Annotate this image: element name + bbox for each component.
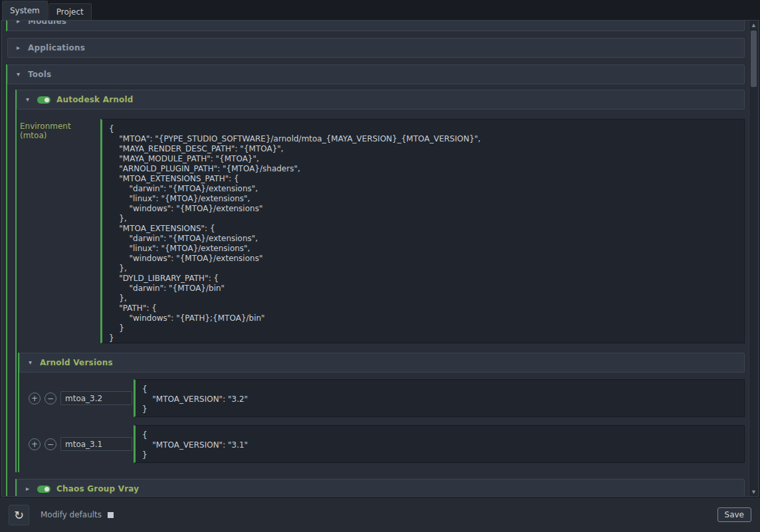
footer-bar: ↻ Modify defaults Save: [0, 497, 760, 532]
arnold-body: Environment (mtoa) { "MTOA": "{PYPE_STUD…: [17, 110, 745, 472]
version-key-input[interactable]: [60, 391, 132, 405]
modify-defaults-label: Modify defaults: [41, 510, 102, 519]
version-key-input[interactable]: [60, 437, 132, 451]
section-arnold-versions: ▾ Arnold Versions + −: [18, 353, 745, 472]
version-row-controls: + −: [29, 437, 134, 451]
chevron-right-icon[interactable]: ▸: [15, 21, 22, 25]
environment-field-row: Environment (mtoa) { "MTOA": "{PYPE_STUD…: [18, 119, 745, 343]
environment-json-editor[interactable]: { "MTOA": "{PYPE_STUDIO_SOFTWARE}/arnold…: [100, 119, 745, 343]
section-modules: ▸ Modules: [6, 21, 745, 31]
scroll-down-icon[interactable]: ▼: [749, 488, 758, 496]
tools-body: ▾ Autodesk Arnold Environment (mtoa) { "…: [7, 84, 745, 496]
section-header-modules[interactable]: ▸ Modules: [7, 21, 745, 31]
save-button[interactable]: Save: [717, 507, 751, 522]
add-version-button[interactable]: +: [29, 393, 41, 404]
version-json-editor[interactable]: { "MTOA_VERSION": "3.1" }: [134, 425, 745, 463]
version-row-controls: + −: [29, 391, 134, 405]
version-json-editor[interactable]: { "MTOA_VERSION": "3.2" }: [134, 379, 745, 417]
add-version-button[interactable]: +: [29, 438, 41, 450]
section-title-autodesk-arnold: Autodesk Arnold: [56, 95, 134, 104]
refresh-icon: ↻: [14, 508, 24, 522]
section-title-chaos-group-vray: Chaos Group Vray: [56, 484, 139, 493]
chevron-down-icon[interactable]: ▾: [24, 96, 31, 103]
refresh-button[interactable]: ↻: [9, 505, 29, 525]
tab-system[interactable]: System: [2, 1, 48, 20]
vertical-scrollbar[interactable]: ▲ ▼: [749, 21, 758, 496]
scroll-up-icon[interactable]: ▲: [749, 21, 758, 29]
scrollbar-thumb[interactable]: [751, 31, 757, 87]
remove-version-button[interactable]: −: [45, 438, 56, 450]
chevron-down-icon[interactable]: ▾: [15, 71, 22, 78]
section-title-modules: Modules: [28, 21, 66, 26]
section-applications: ▸ Applications: [6, 38, 745, 58]
section-chaos-group-vray: ▸ Chaos Group Vray: [15, 479, 745, 496]
section-tools: ▾ Tools ▾ Autodesk Arnold Environment (m…: [6, 64, 745, 496]
remove-version-button[interactable]: −: [45, 393, 56, 404]
section-autodesk-arnold: ▾ Autodesk Arnold Environment (mtoa) { "…: [15, 90, 745, 472]
arnold-version-row: + − { "MTOA_VERSION": "3.2" }: [29, 379, 745, 417]
section-header-autodesk-arnold[interactable]: ▾ Autodesk Arnold: [17, 90, 745, 110]
settings-content: ▸ Modules ▸ Applications ▾ Tools ▾: [2, 21, 749, 496]
vray-enabled-toggle[interactable]: [37, 486, 50, 493]
settings-panel: ▸ Modules ▸ Applications ▾ Tools ▾: [1, 20, 759, 497]
section-header-applications[interactable]: ▸ Applications: [7, 38, 745, 58]
section-title-arnold-versions: Arnold Versions: [40, 358, 113, 367]
arnold-enabled-toggle[interactable]: [37, 96, 50, 104]
environment-label: Environment (mtoa): [18, 119, 100, 343]
section-title-applications: Applications: [28, 43, 85, 52]
arnold-version-row: + − { "MTOA_VERSION": "3.1" }: [29, 425, 745, 463]
section-header-chaos-group-vray[interactable]: ▸ Chaos Group Vray: [17, 479, 745, 496]
chevron-down-icon[interactable]: ▾: [27, 359, 34, 366]
section-title-tools: Tools: [28, 70, 51, 79]
chevron-right-icon[interactable]: ▸: [24, 486, 31, 492]
modify-defaults-checkbox[interactable]: [108, 512, 114, 518]
tab-bar: System Project: [0, 0, 760, 20]
chevron-right-icon[interactable]: ▸: [15, 44, 22, 51]
section-header-arnold-versions[interactable]: ▾ Arnold Versions: [19, 353, 745, 373]
arnold-versions-body: + − { "MTOA_VERSION": "3.2" } +: [19, 373, 745, 472]
section-header-tools[interactable]: ▾ Tools: [7, 64, 745, 84]
tab-project[interactable]: Project: [48, 3, 92, 20]
